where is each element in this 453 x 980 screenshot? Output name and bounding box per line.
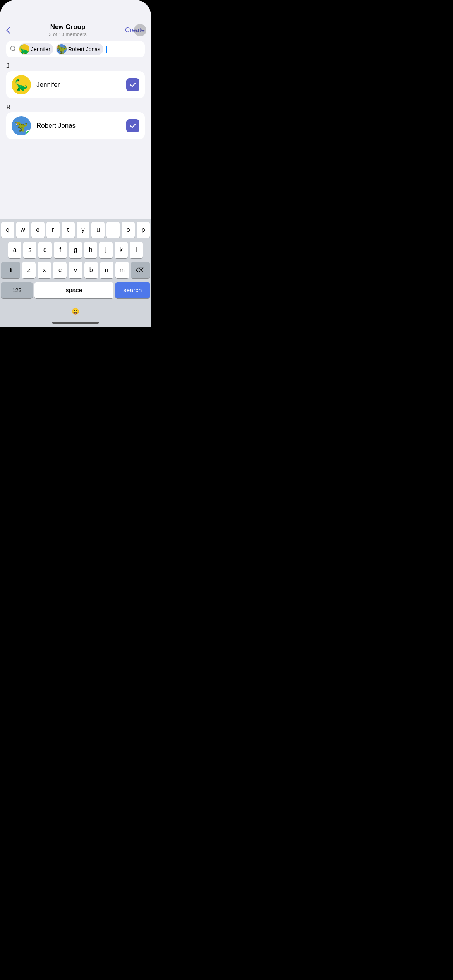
create-button-overlay — [134, 24, 146, 36]
status-bar — [0, 0, 151, 19]
back-icon — [6, 27, 10, 34]
empty-space — [0, 142, 151, 219]
chip-label-jennifer: Jennifer — [31, 46, 50, 52]
keyboard: q w e r t y u i o p a s d f g h j k l ⬆ … — [0, 219, 151, 327]
space-key[interactable]: space — [34, 282, 113, 298]
key-f[interactable]: f — [54, 242, 67, 258]
keyboard-row-4: 123 space search — [1, 282, 150, 298]
contact-card-robert[interactable]: 🦖 Robert Jonas — [6, 112, 145, 139]
page-title: New Group — [50, 23, 86, 31]
key-z[interactable]: z — [22, 262, 36, 278]
key-s[interactable]: s — [23, 242, 36, 258]
key-t[interactable]: t — [62, 222, 75, 238]
search-key[interactable]: search — [115, 282, 150, 298]
key-r[interactable]: r — [46, 222, 60, 238]
search-icon — [10, 46, 16, 53]
key-k[interactable]: k — [115, 242, 128, 258]
key-i[interactable]: i — [106, 222, 120, 238]
checkmark-jennifer — [126, 78, 139, 91]
section-letter-r: R — [0, 101, 151, 112]
chip-avatar-jennifer: 🦕 — [19, 44, 29, 54]
key-v[interactable]: v — [69, 262, 82, 278]
key-n[interactable]: n — [100, 262, 113, 278]
keyboard-row-1: q w e r t y u i o p — [1, 222, 150, 238]
key-h[interactable]: h — [84, 242, 97, 258]
contact-name-jennifer: Jennifer — [36, 81, 126, 89]
contact-name-robert: Robert Jonas — [36, 122, 126, 130]
key-c[interactable]: c — [53, 262, 67, 278]
key-j[interactable]: j — [99, 242, 112, 258]
key-m[interactable]: m — [115, 262, 129, 278]
chip-robert[interactable]: 🦖 Robert Jonas — [56, 43, 103, 55]
key-a[interactable]: a — [8, 242, 21, 258]
key-p[interactable]: p — [137, 222, 150, 238]
key-u[interactable]: u — [91, 222, 105, 238]
app-container: New Group 3 of 10 members Create 🦕 Jenni… — [0, 19, 151, 327]
home-indicator — [1, 319, 150, 325]
avatar-robert: 🦖 — [12, 116, 31, 135]
create-button[interactable]: Create — [125, 26, 145, 34]
delete-key[interactable]: ⌫ — [131, 262, 150, 278]
search-bar[interactable]: 🦕 Jennifer 🦖 Robert Jonas — [6, 41, 145, 57]
shift-key[interactable]: ⬆ — [1, 262, 20, 278]
keyboard-row-3: ⬆ z x c v b n m ⌫ — [1, 262, 150, 278]
section-letter-j: J — [0, 60, 151, 71]
members-count: 3 of 10 members — [49, 31, 87, 37]
contact-card-jennifer[interactable]: 🦕 Jennifer — [6, 71, 145, 98]
online-indicator-robert — [26, 130, 31, 135]
search-cursor — [106, 46, 107, 53]
key-l[interactable]: l — [130, 242, 143, 258]
chip-avatar-robert: 🦖 — [57, 44, 67, 54]
keyboard-row-2: a s d f g h j k l — [1, 242, 150, 258]
checkmark-robert — [126, 119, 139, 132]
key-g[interactable]: g — [69, 242, 82, 258]
chip-jennifer[interactable]: 🦕 Jennifer — [19, 43, 53, 55]
chip-label-robert: Robert Jonas — [68, 46, 100, 52]
emoji-key[interactable]: 😀 — [68, 304, 83, 319]
header-center: New Group 3 of 10 members — [49, 23, 87, 37]
back-button[interactable] — [6, 27, 10, 34]
avatar-jennifer: 🦕 — [12, 75, 31, 94]
key-d[interactable]: d — [38, 242, 51, 258]
home-bar — [52, 322, 99, 324]
key-w[interactable]: w — [16, 222, 29, 238]
numbers-key[interactable]: 123 — [1, 282, 33, 298]
header: New Group 3 of 10 members Create — [0, 19, 151, 39]
key-e[interactable]: e — [31, 222, 45, 238]
key-b[interactable]: b — [84, 262, 98, 278]
key-o[interactable]: o — [122, 222, 135, 238]
keyboard-bottom: 😀 — [1, 302, 150, 319]
key-y[interactable]: y — [77, 222, 90, 238]
search-chips: 🦕 Jennifer 🦖 Robert Jonas — [19, 43, 107, 55]
key-q[interactable]: q — [1, 222, 14, 238]
key-x[interactable]: x — [38, 262, 51, 278]
